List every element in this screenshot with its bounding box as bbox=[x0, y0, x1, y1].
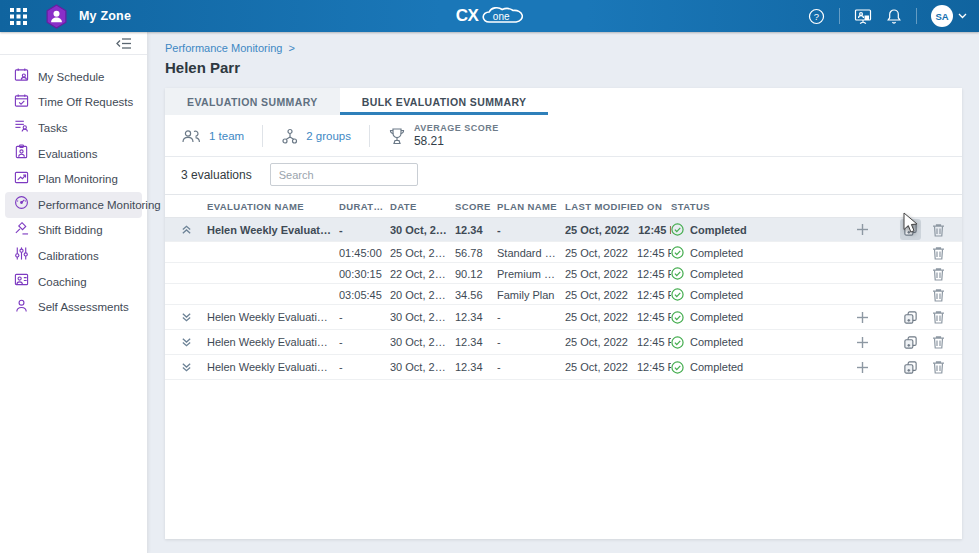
last-modified-cell: 25 Oct, 2022 12:45 PM bbox=[565, 268, 671, 280]
delete-icon[interactable] bbox=[930, 360, 946, 374]
breadcrumb-link[interactable]: Performance Monitoring bbox=[165, 42, 282, 54]
duration-cell: - bbox=[339, 311, 390, 323]
add-icon[interactable] bbox=[856, 223, 869, 236]
add-icon[interactable] bbox=[856, 361, 869, 374]
groups-link[interactable]: 2 groups bbox=[281, 128, 351, 145]
duration-cell: - bbox=[339, 336, 390, 348]
status-cell: Completed bbox=[671, 223, 826, 236]
delete-icon[interactable] bbox=[930, 246, 946, 260]
delete-icon[interactable] bbox=[930, 310, 946, 324]
duration-cell: - bbox=[339, 361, 390, 373]
copy-icon[interactable] bbox=[900, 307, 921, 328]
duration-cell: 03:05:45 bbox=[339, 289, 390, 301]
sidebar-item-evaluations[interactable]: Evaluations bbox=[5, 141, 142, 167]
search-input[interactable] bbox=[279, 169, 421, 181]
copy-icon[interactable] bbox=[900, 357, 921, 378]
table-row[interactable]: 00:30:15 22 Oct, 2022 90.12 Premium Plan… bbox=[165, 263, 962, 284]
sidebar-item-coaching[interactable]: Coaching bbox=[5, 269, 142, 295]
collapse-sidebar-icon[interactable] bbox=[116, 36, 132, 51]
copy-icon[interactable] bbox=[900, 219, 921, 240]
plan-name-cell: - bbox=[497, 361, 565, 373]
expand-row-icon[interactable] bbox=[181, 312, 207, 323]
app-launcher-button[interactable] bbox=[0, 0, 36, 32]
completed-check-icon bbox=[671, 246, 684, 259]
score-cell: 12.34 bbox=[455, 224, 497, 236]
plan-name-cell: - bbox=[497, 336, 565, 348]
add-icon[interactable] bbox=[856, 311, 869, 324]
team-icon bbox=[181, 128, 201, 145]
last-modified-cell: 25 Oct, 2022 12:45 PM bbox=[565, 289, 671, 301]
completed-check-icon bbox=[671, 361, 684, 374]
agent-monitor-icon[interactable] bbox=[854, 8, 872, 25]
status-cell: Completed bbox=[671, 288, 826, 301]
plan-monitoring-icon bbox=[14, 170, 29, 189]
table-row[interactable]: Helen Weekly Evaluation - June 20 - 30 O… bbox=[165, 355, 962, 380]
status-cell: Completed bbox=[671, 246, 826, 259]
expand-row-icon[interactable] bbox=[181, 337, 207, 348]
row-actions bbox=[826, 219, 946, 240]
date-cell: 30 Oct, 2022 bbox=[390, 336, 455, 348]
sidebar-item-label: Time Off Requests bbox=[38, 96, 133, 108]
column-header-evaluation-name[interactable]: EVALUATION NAME bbox=[207, 201, 339, 212]
breadcrumb[interactable]: Performance Monitoring > bbox=[165, 42, 295, 54]
column-header-plan-name[interactable]: PLAN NAME bbox=[497, 201, 565, 212]
evaluation-name-cell: Helen Weekly Evaluation - June 20 bbox=[207, 311, 339, 323]
notifications-bell-icon[interactable] bbox=[886, 8, 902, 25]
coaching-icon bbox=[14, 272, 29, 291]
tab-bulk-evaluation-summary[interactable]: BULK EVALUATION SUMMARY bbox=[340, 88, 549, 115]
table-row[interactable]: 01:45:00 25 Oct, 2022 56.78 Standard Pla… bbox=[165, 242, 962, 263]
row-actions bbox=[826, 357, 946, 378]
team-count[interactable]: 1 team bbox=[209, 130, 244, 142]
sidebar-item-tasks[interactable]: Tasks bbox=[5, 115, 142, 141]
copy-icon[interactable] bbox=[900, 332, 921, 353]
table-row[interactable]: 03:05:45 20 Oct, 2022 34.56 Family Plan … bbox=[165, 284, 962, 305]
date-cell: 30 Oct, 2022 bbox=[390, 361, 455, 373]
self-assessments-icon bbox=[14, 298, 29, 317]
breadcrumb-caret-icon: > bbox=[288, 42, 294, 54]
table-toolbar: 3 evaluations bbox=[165, 157, 962, 192]
last-modified-cell: 25 Oct, 2022 12:45 PM bbox=[565, 247, 671, 259]
sidebar-item-time-off-requests[interactable]: Time Off Requests bbox=[5, 90, 142, 116]
cxone-logo-one: one bbox=[493, 11, 510, 22]
team-link[interactable]: 1 team bbox=[181, 128, 244, 145]
column-header-score[interactable]: SCORE bbox=[455, 201, 497, 212]
help-icon[interactable]: ? bbox=[808, 8, 825, 25]
status-label: Completed bbox=[690, 247, 743, 259]
sidebar-item-plan-monitoring[interactable]: Plan Monitoring bbox=[5, 166, 142, 192]
search-box[interactable] bbox=[270, 163, 418, 186]
tab-evaluation-summary[interactable]: EVALUATION SUMMARY bbox=[165, 88, 340, 115]
table-row[interactable]: Helen Weekly Evaluation - June 20 - 30 O… bbox=[165, 330, 962, 355]
expand-row-icon[interactable] bbox=[181, 362, 207, 373]
user-menu[interactable]: SA bbox=[931, 5, 967, 27]
column-header-last-modified-on[interactable]: LAST MODIFIED ON bbox=[565, 201, 671, 212]
date-cell: 20 Oct, 2022 bbox=[390, 289, 455, 301]
evaluation-name-cell: Helen Weekly Evaluation - June 20 bbox=[207, 336, 339, 348]
delete-icon[interactable] bbox=[930, 223, 946, 237]
delete-icon[interactable] bbox=[930, 267, 946, 281]
sidebar-item-my-schedule[interactable]: My Schedule bbox=[5, 64, 142, 90]
row-actions bbox=[826, 242, 946, 263]
average-score-value: 58.21 bbox=[414, 134, 499, 149]
delete-icon[interactable] bbox=[930, 335, 946, 349]
sidebar-item-shift-bidding[interactable]: Shift Bidding bbox=[5, 218, 142, 244]
groups-count[interactable]: 2 groups bbox=[306, 130, 351, 142]
sidebar-item-label: Plan Monitoring bbox=[38, 173, 118, 185]
sidebar-item-self-assessments[interactable]: Self Assessments bbox=[5, 294, 142, 320]
column-header-status[interactable]: STATUS bbox=[671, 201, 826, 212]
sidebar-item-performance-monitoring[interactable]: Performance Monitoring bbox=[5, 192, 142, 218]
table-row[interactable]: Helen Weekly Evaluation - June... - 30 O… bbox=[165, 218, 962, 242]
svg-text:?: ? bbox=[814, 11, 819, 22]
date-cell: 30 Oct, 2022 bbox=[390, 224, 455, 236]
sidebar-item-label: Evaluations bbox=[38, 148, 97, 160]
last-modified-cell: 25 Oct, 2022 12:45 PM bbox=[565, 224, 671, 236]
sidebar-item-label: Calibrations bbox=[38, 250, 99, 262]
delete-icon[interactable] bbox=[930, 288, 946, 302]
table-row[interactable]: Helen Weekly Evaluation - June 20 - 30 O… bbox=[165, 305, 962, 330]
collapse-row-icon[interactable] bbox=[181, 224, 207, 235]
stats-divider bbox=[369, 125, 370, 147]
sidebar-item-calibrations[interactable]: Calibrations bbox=[5, 243, 142, 269]
avatar[interactable]: SA bbox=[931, 5, 953, 27]
column-header-duration[interactable]: DURATION bbox=[339, 201, 390, 212]
column-header-date[interactable]: DATE bbox=[390, 201, 455, 212]
add-icon[interactable] bbox=[856, 336, 869, 349]
